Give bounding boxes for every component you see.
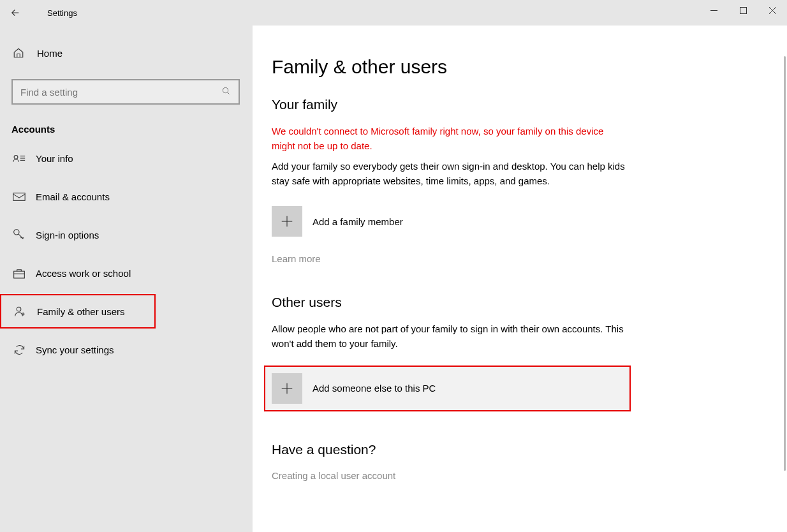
page-title: Family & other users — [272, 56, 629, 78]
svg-rect-10 — [13, 193, 25, 200]
maximize-icon — [740, 7, 747, 14]
sidebar-category: Accounts — [11, 124, 253, 135]
people-icon — [13, 306, 28, 317]
home-label: Home — [37, 48, 63, 59]
plus-icon — [272, 373, 302, 404]
arrow-left-icon — [10, 7, 21, 18]
sidebar-item-work[interactable]: Access work or school — [0, 256, 253, 290]
maximize-button[interactable] — [728, 0, 758, 20]
add-family-member-button[interactable]: Add a family member — [272, 202, 629, 240]
plus-icon — [272, 206, 302, 237]
svg-point-13 — [17, 307, 21, 311]
sidebar-item-family[interactable]: Family & other users — [0, 294, 156, 329]
add-someone-label: Add someone else to this PC — [313, 383, 436, 394]
window-controls — [699, 0, 787, 20]
sidebar-item-email[interactable]: Email & accounts — [0, 179, 253, 214]
back-button[interactable] — [0, 0, 31, 26]
sidebar-item-sync[interactable]: Sync your settings — [0, 332, 253, 367]
svg-point-4 — [223, 87, 228, 92]
person-card-icon — [11, 153, 27, 163]
close-button[interactable] — [758, 0, 787, 20]
question-link[interactable]: Creating a local user account — [272, 470, 629, 481]
svg-point-6 — [14, 155, 18, 159]
add-someone-else-button[interactable]: Add someone else to this PC — [264, 366, 631, 411]
svg-line-5 — [228, 92, 230, 94]
other-users-heading: Other users — [272, 295, 629, 310]
sync-icon — [11, 344, 27, 356]
sidebar-item-label: Family & other users — [37, 306, 125, 317]
email-icon — [11, 192, 27, 202]
sidebar-item-label: Sign-in options — [36, 230, 99, 240]
svg-rect-12 — [14, 271, 25, 278]
sidebar-item-your-info[interactable]: Your info — [0, 141, 253, 175]
minimize-icon — [710, 7, 717, 14]
family-error-text: We couldn't connect to Microsoft family … — [272, 124, 629, 154]
briefcase-icon — [11, 268, 27, 279]
sidebar-item-signin[interactable]: Sign-in options — [0, 218, 253, 252]
other-users-description: Allow people who are not part of your fa… — [272, 321, 629, 351]
close-icon — [769, 7, 776, 14]
search-input[interactable] — [20, 87, 221, 98]
add-family-label: Add a family member — [313, 216, 403, 227]
search-box[interactable] — [11, 79, 240, 105]
sidebar-item-label: Email & accounts — [36, 191, 110, 202]
home-icon — [11, 47, 26, 59]
sidebar-item-label: Your info — [36, 153, 73, 164]
minimize-button[interactable] — [699, 0, 728, 20]
sidebar: Home Accounts Your info Email & accounts — [0, 26, 253, 532]
search-icon — [221, 86, 231, 98]
learn-more-link[interactable]: Learn more — [272, 253, 629, 264]
sidebar-item-label: Access work or school — [36, 268, 131, 279]
question-heading: Have a question? — [272, 442, 629, 457]
family-description: Add your family so everybody gets their … — [272, 159, 629, 189]
window-title: Settings — [47, 8, 77, 18]
key-icon — [11, 228, 27, 241]
svg-rect-1 — [740, 7, 746, 13]
sidebar-item-label: Sync your settings — [36, 344, 114, 355]
titlebar: Settings — [0, 0, 787, 26]
family-heading: Your family — [272, 97, 629, 112]
home-nav[interactable]: Home — [0, 36, 253, 70]
svg-point-11 — [14, 230, 19, 235]
scrollbar[interactable] — [784, 56, 786, 471]
content-area: Family & other users Your family We coul… — [253, 26, 787, 532]
